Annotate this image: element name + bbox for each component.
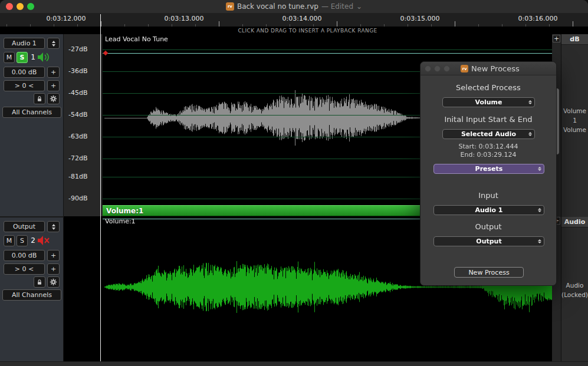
track2-pan-add-button[interactable]: + [47,263,60,275]
track2-gain-field[interactable]: 0.00 dB [4,250,45,261]
lock-icon [36,279,43,286]
db-label: -72dB [68,154,88,162]
pan-value: > 0 < [15,265,34,273]
track1-pan-add-button[interactable]: + [47,80,60,91]
track2-name: Output [13,223,35,230]
lane-header-stub [64,205,103,216]
stepper-down-icon [52,44,55,47]
track2-mute-button[interactable]: M [4,235,15,246]
lane-labels-panel: dB Audio Volume1VolumeAudio(Locked) [561,34,588,361]
input-label: Input [421,191,556,200]
track2-solo-button[interactable]: S [17,235,28,246]
track1-gain-add-button[interactable]: + [47,67,60,78]
window-title: Back vocal no tune.rvp [237,2,318,11]
db-scale-column: -27dB-36dB-45dB-54dB-63dB-72dB-81dB-90dB [64,34,103,205]
db-label: -90dB [68,194,88,202]
dialog-title: New Process [471,64,520,73]
ruler-major-tick [573,21,573,27]
window-title-suffix: — Edited [321,2,353,11]
solo-label: S [20,54,25,61]
track1-name: Audio 1 [12,39,37,47]
dialog-zoom-button[interactable] [444,65,450,72]
ruler-major-tick [337,21,337,27]
lane-label-line: Volume [561,126,588,133]
track2-name-select[interactable]: Output [4,221,45,232]
track1-number: 1 [29,53,37,61]
locked-label-line: Audio [561,282,588,289]
track2-order-stepper[interactable] [47,221,60,232]
track2-gain-add-button[interactable]: + [47,250,60,261]
start-end-label: Inital Input Start & End [421,115,556,124]
speaker-on-icon[interactable] [37,51,52,63]
stepper-down-icon [52,227,55,230]
track-headers-panel: Audio 1 M S 1 0.00 dB + > 0 < + [0,34,64,361]
track-divider[interactable] [0,216,64,217]
playhead-cursor[interactable] [100,14,101,361]
output-select[interactable]: Output [433,236,544,246]
track2-pan-field[interactable]: > 0 < [4,263,45,275]
playback-range-hint: CLICK AND DRAG TO INSERT A PLAYBACK RANG… [211,28,377,34]
track2-channels-select[interactable]: All Channels [2,289,61,301]
speaker-muted-icon[interactable] [37,235,52,246]
track1-mute-button[interactable]: M [4,52,15,63]
track1-settings-button[interactable] [47,93,60,104]
new-process-button-label: New Process [468,269,509,276]
gain-value: 0.00 dB [12,68,37,76]
ruler-timestamp: 0:03:15.000 [399,15,441,22]
timeline-ruler[interactable]: 0:03:12.0000:03:13.0000:03:14.0000:03:15… [0,13,588,27]
track1-name-select[interactable]: Audio 1 [4,38,45,49]
new-process-button[interactable]: New Process [454,267,524,278]
track1-clip-label: Lead Vocal No Tune [105,35,168,43]
track2-settings-button[interactable] [47,276,60,288]
updown-arrows-icon [528,130,532,139]
solo-label: S [20,237,24,245]
audio-header: Audio [561,217,588,227]
horizontal-scrollbar[interactable] [0,361,588,366]
input-select[interactable]: Audio 1 [433,205,544,215]
ruler-major-tick [101,21,101,27]
db-gridline [103,50,552,50]
audio-source-select[interactable]: Selected Audio [442,129,535,139]
track2-lock-button[interactable] [34,276,45,288]
db-label: -36dB [68,67,88,75]
end-time-value: End: 0:03:29.124 [421,151,556,159]
updown-arrows-icon [538,237,541,246]
playback-range-strip[interactable]: CLICK AND DRAG TO INSERT A PLAYBACK RANG… [0,27,588,34]
db-label: -27dB [68,45,88,53]
pan-value: > 0 < [15,82,34,90]
dialog-close-button[interactable] [425,65,431,72]
track1-channels-select[interactable]: All Channels [2,107,61,118]
mute-label: M [6,54,12,61]
window-titlebar: rv Back vocal no tune.rvp — Edited ⌄ [0,0,588,14]
plus-icon: + [51,82,56,90]
track2-number: 2 [29,236,37,245]
updown-arrows-icon [538,206,541,215]
input-select-value: Audio 1 [475,206,502,214]
process-select-value: Volume [475,98,502,106]
volume-automation-line[interactable] [103,53,552,54]
presets-select[interactable]: Presets [433,164,544,174]
ruler-major-tick [219,21,219,27]
dialog-titlebar[interactable]: rv New Process [421,62,556,75]
lane-label-line: Volume [561,107,588,114]
track1-gain-field[interactable]: 0.00 dB [4,67,45,78]
db-label: -45dB [68,89,88,97]
new-process-dialog: rv New Process Selected Process Volume I… [420,61,557,286]
track1-add-lane-button[interactable]: + [553,35,560,42]
process-select[interactable]: Volume [442,97,535,107]
db-label: -54dB [68,111,88,118]
lane-label-line: 1 [561,117,588,124]
track1-solo-button[interactable]: S [17,52,28,63]
ruler-major-tick [455,21,455,27]
app-window: rv Back vocal no tune.rvp — Edited ⌄ 0:0… [0,0,588,366]
dialog-minimize-button[interactable] [434,65,441,72]
ruler-timestamp: 0:03:12.000 [45,15,87,22]
channels-value: All Channels [12,291,52,299]
track1-lock-button[interactable] [34,93,45,104]
audio-source-value: Selected Audio [461,130,516,138]
ruler-timestamp: 0:03:14.000 [281,15,323,22]
track1-pan-field[interactable]: > 0 < [4,80,45,91]
chevron-down-icon[interactable]: ⌄ [356,2,362,11]
db-label: -81dB [68,173,88,180]
track1-order-stepper[interactable] [47,38,60,49]
